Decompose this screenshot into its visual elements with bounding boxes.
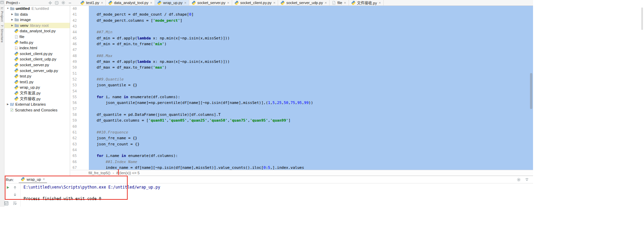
tree-item-test-py[interactable]: test.py <box>4 73 70 79</box>
close-icon[interactable]: × <box>150 1 152 5</box>
close-icon[interactable]: × <box>273 1 275 5</box>
settings-gear-icon[interactable] <box>517 178 521 182</box>
code-text[interactable]: index_name = df[name][~np.isin(df[name],… <box>89 165 533 170</box>
close-icon[interactable]: × <box>184 1 186 5</box>
tree-item-hello-py[interactable]: hello.py <box>4 40 70 46</box>
code-text[interactable]: df_min = df.apply(lambda x: np.min(x[~np… <box>89 35 533 41</box>
line-number[interactable]: 41 <box>70 12 89 17</box>
tool-window-icon[interactable] <box>0 1 4 4</box>
line-number[interactable]: 59 <box>70 118 89 123</box>
stripe-button-1-project[interactable]: 1: Project <box>0 7 4 22</box>
chevron-closed-icon[interactable]: ▶ <box>10 12 14 17</box>
code-text[interactable]: json_quantile[name]=np.percentile(df[nam… <box>89 100 533 106</box>
settings-gear-icon[interactable] <box>61 1 65 5</box>
tree-item-data-analyst-tool-py[interactable]: data_analyst_tool.py <box>4 28 70 34</box>
tree-item-external-libraries[interactable]: ▶External Libraries <box>4 102 70 107</box>
line-number[interactable]: 54 <box>70 88 89 94</box>
close-icon[interactable]: × <box>101 1 103 5</box>
line-number[interactable]: 44 <box>70 29 89 35</box>
line-number[interactable]: 51 <box>70 71 89 76</box>
line-number[interactable]: 43 <box>70 23 89 29</box>
editor[interactable]: 4041df_mode_perct = df_mode_count / df.s… <box>70 6 533 170</box>
line-number[interactable]: 65 <box>70 153 89 159</box>
code-text[interactable]: ##9.Quantile <box>89 76 533 82</box>
close-icon[interactable]: × <box>379 1 381 5</box>
line-number[interactable]: 45 <box>70 35 89 41</box>
line-number[interactable]: 49 <box>70 59 89 65</box>
line-number[interactable]: 40 <box>70 6 89 12</box>
code-text[interactable]: json_fre_name = {} <box>89 135 533 141</box>
chevron-closed-icon[interactable]: ▶ <box>10 17 14 23</box>
tree-item-test1-py[interactable]: test1.py <box>4 79 70 85</box>
collapse-all-icon[interactable] <box>55 1 59 5</box>
line-number[interactable]: 42 <box>70 18 89 23</box>
code-text[interactable]: for i, name in enumerate(df.columns): <box>89 94 533 100</box>
code-text[interactable] <box>89 71 533 76</box>
soft-wrap-icon[interactable] <box>13 201 17 206</box>
line-number[interactable]: 53 <box>70 82 89 88</box>
tree-item-socket-server-udp-py[interactable]: socket_server_udp.py <box>4 68 70 74</box>
hide-panel-minus-icon[interactable] <box>68 1 72 5</box>
code-text[interactable]: json_fre_count = {} <box>89 141 533 147</box>
code-text[interactable] <box>89 147 533 153</box>
tree-item-socket-client-py-py[interactable]: socket_client.py.py <box>4 51 70 57</box>
restore-layout-icon[interactable] <box>4 201 9 206</box>
tab-test1-py[interactable]: test1.py× <box>78 0 106 5</box>
run-tab-wrap-up[interactable]: wrap_up × <box>19 176 47 183</box>
code-text[interactable]: df_mode_perct = df_mode_count / df.shape… <box>89 12 533 17</box>
chevron-closed-icon[interactable]: ▶ <box>6 102 10 107</box>
close-icon[interactable]: × <box>227 1 229 5</box>
line-number[interactable]: 67 <box>70 165 89 170</box>
tree-item-socket-server-py[interactable]: socket_server.py <box>4 62 70 68</box>
tree-item-untitled[interactable]: ▼untitledE:\untitled <box>4 6 70 12</box>
code-text[interactable]: for i,name in enumerate(df.columns): <box>89 153 533 159</box>
tree-item-venv[interactable]: ▶venvlibrary root <box>4 23 70 29</box>
line-number[interactable]: 61 <box>70 129 89 135</box>
close-icon[interactable]: × <box>344 1 346 5</box>
tree-item-image[interactable]: ▶image <box>4 17 70 23</box>
locate-file-icon[interactable] <box>48 1 52 5</box>
code-text[interactable] <box>89 23 533 29</box>
tab-文件接收-py[interactable]: 文件接收.py× <box>349 0 384 5</box>
line-number[interactable]: 66 <box>70 159 89 165</box>
code-text[interactable] <box>89 124 533 129</box>
code-text[interactable] <box>89 88 533 94</box>
code-text[interactable]: df_max = df.apply(lambda x: np.max(x[~np… <box>89 59 533 65</box>
code-text[interactable]: df_mode_perct.columns = ['mode_perct'] <box>89 18 533 23</box>
down-arrow-icon[interactable] <box>13 193 17 197</box>
chevron-open-icon[interactable]: ▼ <box>6 6 10 12</box>
tab-socket-server-udp-py[interactable]: socket_server_udp.py× <box>278 0 329 5</box>
line-number[interactable]: 48 <box>70 53 89 59</box>
line-number[interactable]: 63 <box>70 141 89 147</box>
line-number[interactable]: 62 <box>70 135 89 141</box>
line-number[interactable]: 50 <box>70 65 89 70</box>
line-number[interactable]: 60 <box>70 124 89 129</box>
tree-item-file[interactable]: file <box>4 34 70 40</box>
code-text[interactable]: ##1.Index Name <box>89 159 533 165</box>
line-number[interactable]: 58 <box>70 112 89 118</box>
line-number[interactable]: 46 <box>70 41 89 47</box>
editor-scrollbar-thumb[interactable] <box>530 73 532 109</box>
chevron-closed-icon[interactable]: ▶ <box>10 23 14 29</box>
line-number[interactable]: 56 <box>70 100 89 106</box>
tab-data-analyst-tool-py[interactable]: data_analyst_tool.py× <box>106 0 155 5</box>
code-text[interactable] <box>89 106 533 112</box>
code-text[interactable]: ##8.Max <box>89 53 533 59</box>
hide-panel-icon[interactable] <box>525 178 529 182</box>
breadcrumb-item-fill-fre-top5[interactable]: fill_fre_top5() <box>88 171 110 175</box>
code-text[interactable]: json_quantile = {} <box>89 82 533 88</box>
tree-item-socket-client-udp-py[interactable]: socket_client_udp.py <box>4 56 70 62</box>
tab-socket-client-py-py[interactable]: socket_client.py.py× <box>232 0 278 5</box>
stripe-button-7-structure[interactable]: 7: Structure <box>0 25 4 43</box>
tree-item-scratches-and-consoles[interactable]: Scratches and Consoles <box>4 107 70 113</box>
line-number[interactable]: 52 <box>70 76 89 82</box>
project-panel-header[interactable]: Project ▾ <box>4 0 74 5</box>
code-text[interactable] <box>89 47 533 53</box>
code-text[interactable]: ##7.Min <box>89 29 533 35</box>
tree-item-index-html[interactable]: index.html <box>4 45 70 51</box>
line-number[interactable]: 64 <box>70 147 89 153</box>
tree-item-data[interactable]: ▶data <box>4 12 70 17</box>
close-icon[interactable]: × <box>43 177 45 181</box>
tab-socket-server-py[interactable]: socket_server.py× <box>189 0 232 5</box>
code-text[interactable]: df_quantile = pd.DataFrame(json_quantile… <box>89 112 533 118</box>
